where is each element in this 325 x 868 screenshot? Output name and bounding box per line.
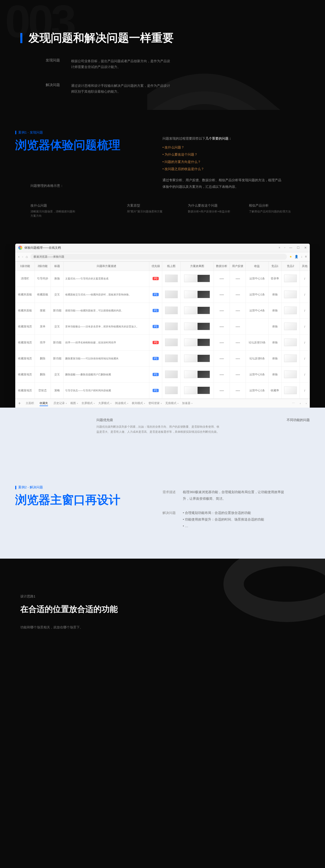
cell-gain2: 体验 [268, 350, 281, 367]
cell-desc: 删除提醒——删除后提醒用户已删除收藏 [64, 367, 149, 382]
add-tab-icon[interactable]: + [18, 401, 21, 406]
cell-gain2: 收藏率 [268, 382, 281, 399]
home-icon[interactable]: ⌂ [26, 254, 28, 259]
cell-data: •••••• [213, 286, 230, 303]
close-tab-icon[interactable]: × [278, 246, 280, 249]
annotation: 相似产品分析 了解类似产品对应问题的处理方法 [249, 203, 295, 218]
cell-tag: 策略 [51, 382, 63, 399]
question-bullets: 改什么问题？ 为什么要改这个问题？ 问题的方案方向是什么？ 改问题之后的收益是什… [162, 144, 285, 173]
chevron-left-icon[interactable]: ‹ [300, 402, 301, 405]
address-bar[interactable]: 极速浏览器——体验问题 [30, 254, 287, 260]
cell-priority: P1 [149, 286, 162, 303]
solve-item: … [183, 523, 264, 529]
bottom-tab[interactable]: 全屏模式 [82, 402, 93, 405]
user-icon[interactable]: 👤 [295, 255, 298, 258]
bottom-tab[interactable]: 夜间模式 [132, 402, 143, 405]
bottom-tab[interactable]: 大屏模式 [98, 402, 110, 405]
info-label: 解决问题 [46, 83, 71, 95]
cell-feedback: •••••• [230, 367, 245, 382]
table-header: 1级功能2级功能标题问题和方案描述优先级线上图方案效果图数据分析用户反馈收益竞品… [16, 261, 310, 271]
cell-comp1 [281, 303, 300, 318]
cell-f2: 菜单 [34, 318, 51, 335]
table-header-cell: 标题 [51, 261, 63, 271]
chevron-right-icon[interactable]: › [306, 402, 307, 405]
cell-thumb [180, 286, 213, 303]
chevron-down-icon[interactable]: ▾ [144, 402, 145, 405]
annotation: 方案原型 用"图片"展示问题场景和方案 [127, 203, 173, 218]
cell-f1: 收藏夹面板 [16, 286, 35, 303]
desc-text: 梳理360极速浏览器功能，合理规划功能布局位置，让功能使用效率提升，让界面变得极… [183, 489, 290, 502]
cell-comp1 [281, 350, 300, 367]
cell-data: •••••• [213, 382, 230, 399]
table-row: 收藏夹面板收藏面板交互收藏面板交互优化——收藏内容多时，面板展开影响体验。P1•… [16, 286, 310, 303]
cell-f1: 收藏落地页 [16, 367, 35, 382]
case-tag: 案例1 - 发现问题 [15, 130, 310, 135]
chevron-down-icon[interactable]: ▾ [127, 402, 128, 405]
chevron-down-icon[interactable]: ▾ [66, 402, 67, 405]
close-icon[interactable]: ✕ [304, 246, 307, 249]
cell-thumb [162, 286, 180, 303]
table-row: 收藏夹面板搜索新功能搜索功能——收藏到面板里，可以搜索收藏的内容。P1•••••… [16, 303, 310, 318]
cell-gain1: 运营中心1条 [246, 286, 268, 303]
bottom-tab[interactable]: 密码管家 [149, 402, 160, 405]
forward-icon[interactable]: › [22, 254, 23, 259]
star-icon[interactable]: ★ [290, 255, 292, 258]
tab-title[interactable]: 体验问题梳理——在线文档 [24, 246, 278, 250]
browser-toolbar: ‹ › ⌂ 极速浏览器——体验问题 ★ 👤 ↓ ≡ [15, 252, 310, 261]
cell-gain1: 运营中心1条 [246, 271, 268, 286]
cell-tag: 换脸 [51, 271, 63, 286]
info-label: 发现问题 [46, 58, 71, 70]
case2-section: 案例2 - 解决问题 浏览器主窗口再设计 需求描述 梳理360极速浏览器功能，合… [0, 460, 325, 559]
minimize-icon[interactable]: — [289, 246, 292, 249]
cell-thumb [180, 367, 213, 382]
solve-item: 合理规划功能布局：合适的位置放合适的功能 [183, 509, 264, 516]
chevron-down-icon[interactable]: ▾ [77, 402, 78, 405]
chevron-down-icon[interactable]: ▾ [111, 402, 112, 405]
cell-feedback: •••••• [230, 350, 245, 367]
cell-thumb [162, 382, 180, 399]
case1-section: 案例1 - 发现问题 浏览器体验问题梳理 问题发现的过程需要回答以下几个重要的问… [0, 110, 325, 244]
chevron-down-icon[interactable]: ▾ [177, 402, 178, 405]
cell-gain1 [246, 318, 268, 335]
more-icon[interactable]: ⋯ [292, 402, 295, 405]
cell-gain1: 论坛反馈19条 [246, 335, 268, 350]
bullet-item: 改什么问题？ [162, 144, 285, 151]
back-icon[interactable]: ‹ [18, 254, 20, 259]
table-header-cell: 1级功能 [16, 261, 35, 271]
menu-icon[interactable]: ≡ [305, 255, 307, 258]
anno-title: 相似产品分析 [249, 203, 295, 208]
bottom-tab[interactable]: 收藏夹 [39, 402, 48, 406]
chevron-down-icon[interactable]: ▾ [94, 402, 95, 405]
chevron-down-icon[interactable]: ▾ [191, 402, 193, 405]
cell-comp2: / [300, 335, 309, 350]
chevron-down-icon[interactable]: ▾ [161, 402, 162, 405]
bottom-tab[interactable]: 阅读模式 [115, 402, 126, 405]
download-icon[interactable]: ↓ [301, 255, 302, 258]
cell-thumb [162, 271, 180, 286]
bottom-tab[interactable]: 截图 [70, 402, 76, 405]
cell-desc: 删除重复功能——可以快保存相同地址到收藏夹 [64, 350, 149, 367]
bottom-tab[interactable]: 主面积 [26, 402, 34, 405]
maximize-icon[interactable]: ☐ [297, 246, 300, 249]
cell-gain2: 体验 [268, 286, 281, 303]
table-row: 收藏落地页空状态策略引导空状态——引导用户把时间内容收藏P1••••••••••… [16, 382, 310, 399]
table-row: 收藏落地页删除新功能删除重复功能——可以快保存相同地址到收藏夹P1•••••••… [16, 350, 310, 367]
cell-tag: 交互 [51, 318, 63, 335]
new-tab-icon[interactable]: + [284, 246, 286, 249]
cell-f2: 排序 [34, 335, 51, 350]
cell-comp2: / [300, 271, 309, 286]
cell-f1: 收藏落地页 [16, 350, 35, 367]
cell-priority: P1 [149, 303, 162, 318]
cell-data: •••••• [213, 335, 230, 350]
cell-priority: P0 [149, 335, 162, 350]
bottom-tab[interactable]: 无痕模式 [165, 402, 176, 405]
bottom-tab[interactable]: 历史记录 [54, 402, 65, 405]
bottom-tab[interactable]: 加速器 [182, 402, 190, 405]
cell-data: •••••• [213, 350, 230, 367]
cell-thumb [180, 318, 213, 335]
cell-comp1 [281, 335, 300, 350]
cell-thumb [180, 335, 213, 350]
solve-label: 解决问题 [162, 509, 183, 529]
browser-window: 体验问题梳理——在线文档 × + — ☐ ✕ ‹ › ⌂ 极速浏览器——体验问题… [15, 244, 310, 408]
cell-data: •••••• [213, 303, 230, 318]
